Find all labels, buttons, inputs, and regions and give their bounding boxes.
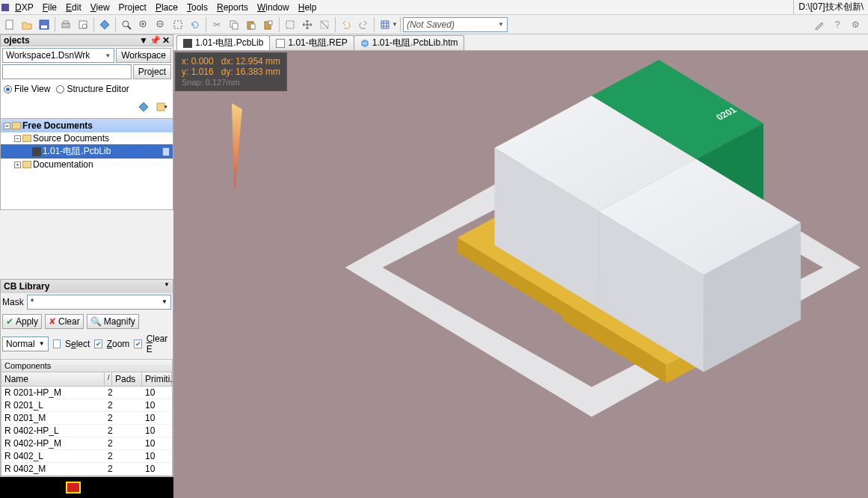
component-row[interactable]: R 0201_L210: [1, 399, 172, 412]
copy-icon[interactable]: [226, 16, 242, 33]
zoom-out-icon[interactable]: [153, 16, 169, 33]
tree-source-documents[interactable]: − Source Documents: [1, 132, 173, 144]
pcb-library-panel: CB Library ▼ Mask * ▼ ✔ Apply: [0, 279, 173, 477]
tree-file-pcblib[interactable]: 1.01-电阻.PcbLib: [1, 144, 173, 159]
tab-pcblib[interactable]: 1.01-电阻.PcbLib: [176, 35, 270, 50]
menu-window[interactable]: Window: [253, 1, 294, 14]
component-row[interactable]: R 0201-HP_M210: [1, 387, 172, 399]
magnify-label: Magnify: [104, 316, 135, 327]
panel-dropdown-icon[interactable]: ▼: [139, 35, 148, 46]
col-primitives[interactable]: Primiti...: [142, 372, 172, 386]
file-view-radio[interactable]: File View: [4, 84, 50, 94]
check-icon: ✔: [6, 316, 13, 327]
project-input[interactable]: [2, 64, 132, 79]
redo-icon[interactable]: [355, 16, 372, 33]
magnify-button[interactable]: 🔍 Magnify: [87, 314, 139, 329]
tab2-label: 1.01-电阻.REP: [288, 37, 347, 49]
menu-dxp[interactable]: DXP: [10, 1, 38, 14]
tree-collapse-icon[interactable]: −: [14, 135, 21, 142]
tree-collapse-icon[interactable]: −: [4, 123, 10, 129]
snapshot-combo[interactable]: (Not Saved) ▼: [403, 17, 508, 32]
tab-rep[interactable]: 1.01-电阻.REP: [269, 35, 354, 50]
project-options-icon[interactable]: ▾: [153, 99, 170, 115]
row-pads: 2: [105, 425, 142, 437]
tree-expand-icon[interactable]: +: [14, 162, 21, 168]
chevron-down-icon[interactable]: ▼: [164, 281, 170, 292]
file-view-label: File View: [14, 84, 50, 94]
component-row[interactable]: R 0402_M210: [1, 463, 172, 476]
help-icon[interactable]: ?: [829, 16, 846, 33]
deselect-icon[interactable]: [316, 16, 333, 33]
zoom-checkbox[interactable]: [94, 339, 102, 348]
row-prim: 10: [142, 387, 172, 399]
tree-free-documents[interactable]: − Free Documents: [1, 119, 173, 132]
main-toolbar: ✂ ▼ (Not Saved) ▼ ? ⚙: [0, 15, 868, 34]
menu-view[interactable]: View: [86, 1, 114, 14]
save-icon[interactable]: [36, 16, 52, 33]
menu-tools[interactable]: Tools: [182, 1, 212, 14]
refresh-icon[interactable]: [187, 16, 203, 33]
svg-rect-16: [233, 23, 238, 29]
clone-icon[interactable]: [260, 16, 277, 33]
menu-edit[interactable]: Edit: [61, 1, 86, 14]
compile-icon[interactable]: [96, 16, 113, 33]
row-prim: 10: [142, 437, 172, 449]
panel-pin-icon[interactable]: 📌: [150, 35, 161, 46]
rep-tab-icon: [276, 39, 285, 48]
row-pads: 2: [105, 437, 142, 449]
3d-viewport[interactable]: x: 0.000 dx: 12.954 mm y: 1.016 dy: 16.3…: [173, 51, 868, 498]
row-prim: 10: [142, 450, 172, 462]
clear-e-checkbox[interactable]: [134, 339, 141, 348]
zoom-area-icon[interactable]: [170, 16, 186, 33]
clear-button[interactable]: ✘ Clear: [45, 314, 84, 329]
tab-htm[interactable]: 1.01-电阻.PcbLib.htm: [354, 35, 465, 50]
gear-icon[interactable]: ⚙: [847, 16, 864, 33]
cut-icon[interactable]: ✂: [209, 16, 225, 33]
pencil-icon[interactable]: [811, 16, 828, 33]
grid-icon[interactable]: [377, 16, 393, 33]
free-docs-label: Free Documents: [22, 120, 93, 131]
select-checkbox[interactable]: [53, 339, 61, 348]
footer-indicator-icon: [66, 482, 81, 494]
move-icon[interactable]: [299, 16, 316, 33]
component-row[interactable]: R 0402-HP_L210: [1, 425, 172, 437]
print-icon[interactable]: [58, 16, 74, 33]
row-name: R 0402-HP_L: [1, 425, 105, 437]
component-row[interactable]: R 0201_M210: [1, 412, 172, 425]
mask-combo[interactable]: * ▼: [27, 295, 171, 310]
open-icon[interactable]: [19, 16, 35, 33]
apply-button[interactable]: ✔ Apply: [2, 314, 42, 329]
menu-project[interactable]: Project: [114, 1, 151, 14]
menu-help[interactable]: Help: [294, 1, 321, 14]
app-logo-icon: [1, 4, 9, 11]
doc-status-icon: [162, 147, 170, 156]
select-label: Select: [65, 339, 90, 349]
zoom-fit-icon[interactable]: [118, 16, 135, 33]
menu-reports[interactable]: Reports: [212, 1, 253, 14]
project-tree: − Free Documents − Source Documents 1.01…: [0, 118, 173, 210]
chevron-down-icon: ▼: [105, 52, 111, 59]
undo-icon[interactable]: [338, 16, 354, 33]
left-sidebar: ojects ▼ 📌 ✕ Workspace1.DsnWrk ▼ Workspa…: [0, 34, 173, 498]
component-row[interactable]: R 0402_L210: [1, 450, 172, 463]
panel-close-icon[interactable]: ✕: [162, 35, 170, 46]
compile-project-icon[interactable]: [135, 99, 152, 115]
menu-file[interactable]: File: [38, 1, 61, 14]
zoom-in-icon[interactable]: [135, 16, 152, 33]
structure-editor-radio[interactable]: Structure Editor: [56, 84, 129, 94]
normal-combo[interactable]: Normal ▼: [2, 336, 49, 351]
project-button[interactable]: Project: [133, 64, 171, 79]
workspace-combo[interactable]: Workspace1.DsnWrk ▼: [2, 48, 114, 63]
col-name[interactable]: Name: [1, 372, 105, 386]
component-row[interactable]: R 0402-HP_M210: [1, 437, 172, 450]
preview-icon[interactable]: [75, 16, 91, 33]
new-icon[interactable]: [1, 16, 18, 33]
col-pads[interactable]: Pads: [112, 372, 142, 386]
workspace-button[interactable]: Workspace: [116, 48, 171, 63]
col-sort-icon[interactable]: /: [105, 372, 112, 386]
folder-icon: [12, 122, 21, 129]
tree-documentation[interactable]: + Documentation: [1, 159, 173, 170]
menu-place[interactable]: Place: [151, 1, 182, 14]
select-rect-icon[interactable]: [282, 16, 298, 33]
paste-icon[interactable]: [243, 16, 259, 33]
